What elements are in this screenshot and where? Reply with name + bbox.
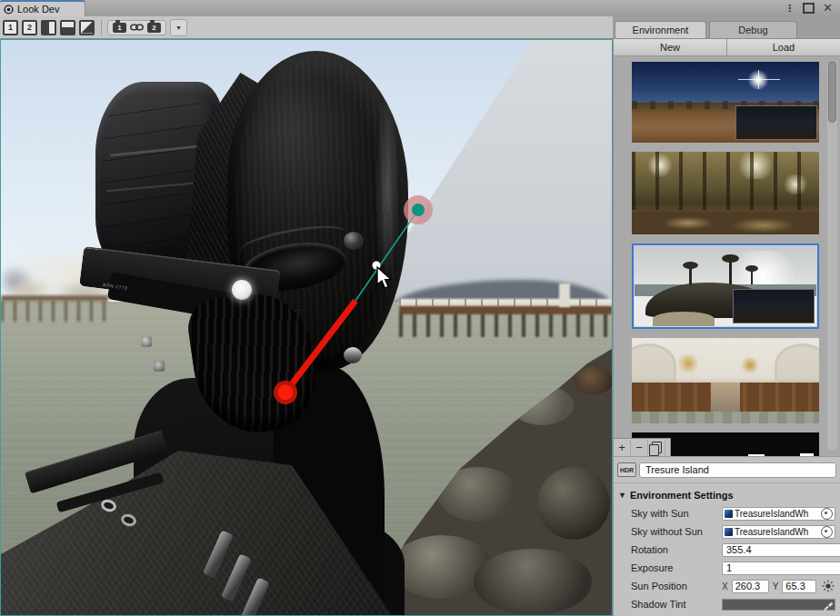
layout-single2-button[interactable]: 2 — [21, 19, 38, 36]
exposure-row: Exposure — [614, 559, 840, 577]
cubemap-icon — [725, 528, 733, 536]
layout-split-diagonal-icon — [79, 20, 95, 35]
tab-look-dev[interactable]: Look Dev — [0, 0, 85, 16]
foldout-triangle-icon: ▼ — [618, 491, 626, 500]
exposure-label: Exposure — [631, 562, 722, 573]
layout-single2-icon: 2 — [22, 20, 37, 35]
shadow-tint-swatch[interactable] — [722, 599, 835, 611]
window-controls: ⋮ ✕ — [785, 0, 840, 16]
layout-split-diagonal-button[interactable] — [78, 19, 95, 36]
maximize-icon[interactable] — [803, 3, 815, 14]
thumbnail-scrollbar-thumb[interactable] — [828, 61, 836, 123]
sun-handle[interactable] — [278, 385, 294, 401]
sun-direction-line — [285, 301, 355, 392]
layout-split-horizontal-button[interactable] — [59, 19, 76, 36]
sky-with-sun-field[interactable]: TreasureIslandWh — [722, 507, 835, 521]
hdri-name-field[interactable] — [639, 462, 836, 478]
hdri-thumbnail-church-interior[interactable] — [632, 338, 819, 423]
remove-hdri-button[interactable]: − — [631, 440, 648, 456]
link-cameras-icon[interactable] — [130, 23, 144, 32]
hdri-name-row: HDR — [614, 456, 840, 482]
new-button[interactable]: New — [614, 39, 727, 55]
chevron-down-icon: ▼ — [175, 25, 182, 31]
object-picker-icon[interactable] — [821, 508, 833, 520]
sun-x-label: X — [722, 581, 728, 591]
sky-without-sun-field[interactable]: TreasureIslandWh — [722, 525, 835, 539]
library-actions: New Load — [614, 39, 840, 56]
rotation-row: Rotation — [614, 541, 840, 559]
load-button[interactable]: Load — [727, 39, 840, 55]
exposure-field[interactable] — [722, 561, 840, 575]
panel-tab-strip: Environment Debug — [613, 16, 840, 39]
sky-without-sun-label: Sky without Sun — [631, 526, 722, 537]
sky-with-sun-label: Sky with Sun — [631, 508, 722, 519]
sun-x-field[interactable] — [732, 580, 769, 593]
camera-dropdown-button[interactable]: ▼ — [170, 19, 187, 36]
hdr-badge: HDR — [617, 462, 636, 477]
settings-header-label: Environment Settings — [630, 490, 734, 501]
shadow-tint-label: Shadow Tint — [631, 599, 722, 610]
layout-single1-button[interactable]: 1 — [2, 19, 19, 36]
viewport-scene: AON 2773 — [1, 40, 612, 615]
tab-debug[interactable]: Debug — [709, 21, 797, 38]
tab-environment[interactable]: Environment — [615, 21, 706, 38]
toolbar: 1 2 1 2 ▼ — [0, 16, 840, 39]
object-picker-icon[interactable] — [821, 526, 833, 538]
environment-settings: ▼ Environment Settings Sky with Sun Trea… — [614, 482, 840, 613]
shadow-tint-row: Shadow Tint — [614, 595, 840, 613]
rotation-label: Rotation — [631, 544, 722, 555]
hdri-thumbnails — [632, 62, 819, 456]
add-hdri-button[interactable]: + — [614, 440, 631, 456]
sun-y-label: Y — [773, 581, 779, 591]
sun-y-field[interactable] — [782, 580, 816, 593]
cubemap-icon — [725, 510, 733, 518]
hdri-thumbnail-treasure-island[interactable] — [632, 243, 819, 329]
eyedropper-icon[interactable] — [823, 601, 833, 611]
preview-inset — [733, 289, 815, 323]
toolbar-separator — [101, 20, 102, 35]
layout-split-horizontal-icon — [60, 20, 75, 35]
camera-1-icon[interactable]: 1 — [113, 23, 126, 33]
sun-pick-button[interactable] — [821, 579, 835, 593]
hdri-list-toolbar: + − — [614, 438, 671, 456]
sky-with-sun-row: Sky with Sun TreasureIslandWh — [614, 504, 840, 522]
window-title: Look Dev — [17, 4, 59, 15]
duplicate-hdri-button[interactable] — [648, 440, 665, 456]
hdri-list: + − — [614, 56, 840, 456]
layout-split-vertical-icon — [41, 20, 56, 35]
eye-icon — [4, 5, 14, 15]
hdri-thumbnail-desert-day[interactable] — [632, 62, 819, 143]
close-icon[interactable]: ✕ — [823, 4, 833, 13]
sun-position-row: Sun Position X Y — [614, 577, 840, 595]
viewport-toolbar: 1 2 1 2 ▼ — [0, 16, 613, 39]
sun-position-gizmo — [1, 40, 612, 615]
shadow-handle[interactable] — [412, 204, 425, 216]
desert-day-preview — [632, 62, 819, 143]
sky-without-sun-row: Sky without Sun TreasureIslandWh — [614, 522, 840, 541]
rotation-field[interactable] — [722, 543, 840, 557]
lookdev-window: Look Dev ⋮ ✕ 1 2 — [0, 0, 840, 616]
treasure-island-preview — [635, 246, 816, 326]
church-preview — [632, 338, 819, 423]
preview-inset — [735, 105, 817, 140]
duplicate-icon — [652, 442, 662, 453]
camera-2-icon[interactable]: 2 — [147, 23, 161, 33]
environment-settings-header[interactable]: ▼ Environment Settings — [614, 488, 840, 504]
environment-panel: New Load — [613, 39, 840, 616]
layout-single1-icon: 1 — [3, 20, 18, 35]
sun-position-label: Sun Position — [631, 581, 722, 591]
camera-sync-group: 1 2 — [107, 20, 166, 35]
title-bar: Look Dev ⋮ ✕ — [0, 0, 840, 16]
lookdev-viewport[interactable]: AON 2773 — [0, 39, 613, 616]
hdri-thumbnail-forest[interactable] — [632, 152, 819, 234]
mouse-cursor — [375, 266, 395, 290]
layout-split-vertical-button[interactable] — [40, 19, 57, 36]
menu-icon[interactable]: ⋮ — [785, 4, 795, 13]
sun-icon — [822, 580, 835, 592]
forest-preview — [632, 152, 819, 234]
